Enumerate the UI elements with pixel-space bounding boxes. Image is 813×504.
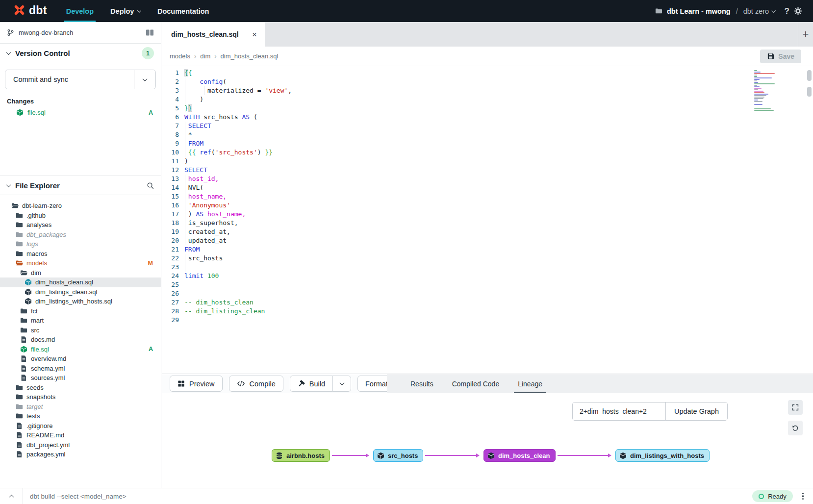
- save-button[interactable]: Save: [760, 50, 801, 63]
- tree-item-dim_listings_with_hosts.sql[interactable]: dim_listings_with_hosts.sql: [0, 297, 161, 306]
- database-icon: [276, 452, 283, 459]
- status-circle-icon: [759, 494, 764, 499]
- panel-tab-results[interactable]: Results: [410, 374, 433, 393]
- tree-item-dim[interactable]: dim: [0, 268, 161, 278]
- tree-item-target[interactable]: target: [0, 402, 161, 412]
- environment-selector[interactable]: dbt zero: [743, 7, 775, 15]
- build-options-button[interactable]: [332, 376, 351, 392]
- file-name: README.md: [26, 431, 64, 439]
- lineage-graph[interactable]: airbnb.hostssrc_hostsdim_hosts_cleandim_…: [162, 393, 813, 488]
- compile-button[interactable]: Compile: [229, 376, 283, 392]
- tree-item-logs[interactable]: logs: [0, 239, 161, 249]
- nav-item-documentation[interactable]: Documentation: [149, 0, 218, 22]
- preview-button[interactable]: Preview: [170, 376, 223, 392]
- file-icon: [20, 365, 27, 372]
- editor-scrollbar[interactable]: [807, 70, 812, 81]
- lineage-node-dim_hosts_clean[interactable]: dim_hosts_clean: [483, 449, 556, 462]
- version-control-header[interactable]: Version Control 1: [0, 44, 161, 63]
- tree-item-mart[interactable]: mart: [0, 316, 161, 326]
- expand-command-bar-button[interactable]: [0, 488, 23, 504]
- kebab-menu-icon[interactable]: [801, 491, 805, 502]
- changes-label: Changes: [7, 98, 154, 105]
- tree-item-docs.md[interactable]: docs.md: [0, 335, 161, 345]
- settings-gear-icon[interactable]: [794, 7, 802, 15]
- tree-item-macros[interactable]: macros: [0, 249, 161, 259]
- cube-icon: [25, 278, 32, 286]
- code-line: 17 ) AS host_name,: [162, 210, 813, 219]
- commit-options-button[interactable]: [134, 70, 155, 89]
- lineage-node-dim_listings_with_hosts[interactable]: dim_listings_with_hosts: [615, 449, 710, 462]
- editor-tab-dim-hosts-clean[interactable]: dim_hosts_clean.sql ×: [162, 22, 265, 47]
- help-button[interactable]: ?: [785, 6, 789, 16]
- file-name: packages.yml: [26, 451, 65, 458]
- lineage-node-airbnb.hosts[interactable]: airbnb.hosts: [272, 449, 330, 462]
- project-name[interactable]: dbt Learn - mwong: [667, 7, 731, 15]
- docs-book-icon[interactable]: [146, 29, 154, 36]
- command-input[interactable]: [23, 493, 752, 500]
- breadcrumb-item[interactable]: dim_hosts_clean.sql: [221, 52, 279, 60]
- tree-item-dbt_project.yml[interactable]: dbt_project.yml: [0, 440, 161, 450]
- editor-tab-title: dim_hosts_clean.sql: [171, 30, 239, 38]
- panel-tab-compiled-code[interactable]: Compiled Code: [452, 374, 500, 393]
- code-line: 16 'Anonymous': [162, 201, 813, 210]
- nav-item-label: Develop: [66, 7, 94, 15]
- search-icon[interactable]: [147, 182, 154, 189]
- build-button[interactable]: Build: [290, 376, 333, 392]
- tree-item-dim_hosts_clean.sql[interactable]: dim_hosts_clean.sql: [0, 277, 161, 287]
- nav-item-develop[interactable]: Develop: [58, 0, 102, 22]
- breadcrumb-item[interactable]: dim: [200, 52, 210, 60]
- tree-item-dbt_packages[interactable]: dbt_packages: [0, 230, 161, 240]
- folder-icon: [16, 250, 23, 257]
- file-name: overview.md: [31, 355, 66, 362]
- file-icon: [20, 374, 27, 381]
- tree-item-tests[interactable]: tests: [0, 411, 161, 421]
- grid-icon: [178, 380, 185, 387]
- command-bar: Ready: [0, 488, 813, 504]
- line-number: 2: [162, 77, 184, 86]
- line-number: 7: [162, 122, 184, 130]
- line-number: 19: [162, 227, 184, 236]
- tree-item-src[interactable]: src: [0, 326, 161, 335]
- breadcrumb-item[interactable]: models: [170, 52, 190, 60]
- tree-item-overview.md[interactable]: overview.md: [0, 354, 161, 364]
- dbt-cloud-ide: dbt DevelopDeployDocumentation dbt Learn…: [0, 0, 813, 504]
- line-number: 25: [162, 280, 184, 289]
- tree-item-sources.yml[interactable]: sources.yml: [0, 373, 161, 383]
- lineage-node-src_hosts[interactable]: src_hosts: [373, 449, 423, 462]
- panel-tab-label: Lineage: [518, 380, 542, 388]
- tree-item-.gitignore[interactable]: .gitignore: [0, 421, 161, 431]
- file-explorer-header[interactable]: File Explorer: [0, 176, 161, 195]
- line-number: 28: [162, 307, 184, 316]
- tree-item-packages.yml[interactable]: packages.yml: [0, 450, 161, 459]
- new-tab-button[interactable]: +: [798, 22, 813, 47]
- panel-tab-lineage[interactable]: Lineage: [518, 374, 542, 393]
- tree-item-dim_listings_clean.sql[interactable]: dim_listings_clean.sql: [0, 287, 161, 297]
- tree-item-.github[interactable]: .github: [0, 211, 161, 221]
- lineage-edge: [332, 455, 368, 456]
- tree-item-fct[interactable]: fct: [0, 306, 161, 316]
- file-explorer-title: File Explorer: [15, 181, 60, 190]
- close-icon[interactable]: ×: [252, 30, 257, 39]
- tree-item-snapshots[interactable]: snapshots: [0, 392, 161, 402]
- file-icon: [16, 451, 23, 458]
- dbt-logo[interactable]: dbt: [0, 3, 53, 19]
- cube-icon: [20, 346, 27, 353]
- changed-file-file.sql[interactable]: file.sqlA: [0, 107, 161, 118]
- tree-item-analyses[interactable]: analyses: [0, 220, 161, 230]
- commit-and-sync-button[interactable]: Commit and sync: [5, 70, 134, 89]
- tree-item-seeds[interactable]: seeds: [0, 383, 161, 393]
- nav-item-deploy[interactable]: Deploy: [102, 0, 149, 22]
- tree-item-schema.yml[interactable]: schema.yml: [0, 364, 161, 374]
- breadcrumb-separator: ›: [194, 52, 196, 60]
- code-editor[interactable]: 1{{2 config(3 materialized = 'view',4 )5…: [162, 66, 813, 374]
- editor-minimap[interactable]: [754, 70, 783, 112]
- line-number: 18: [162, 219, 184, 227]
- file-icon: [16, 422, 23, 429]
- folder-open-icon: [16, 259, 23, 267]
- tree-item-file.sql[interactable]: file.sqlA: [0, 345, 161, 354]
- tree-item-models[interactable]: modelsM: [0, 258, 161, 268]
- chevron-down-icon: [143, 76, 148, 81]
- tree-item-README.md[interactable]: README.md: [0, 430, 161, 440]
- tree-item-dbt-learn-zero[interactable]: dbt-learn-zero: [0, 201, 161, 211]
- file-name: dbt-learn-zero: [22, 202, 62, 209]
